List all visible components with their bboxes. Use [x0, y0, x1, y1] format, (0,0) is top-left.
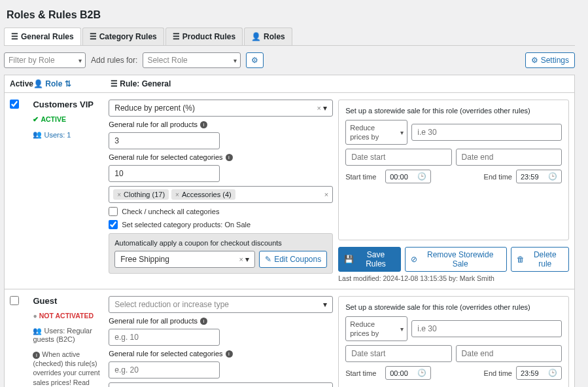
col-role-header[interactable]: 👤 Role ⇅: [33, 79, 105, 88]
role-sort-label: Role: [45, 79, 62, 88]
coupon-select[interactable]: Free Shipping × ▾: [114, 251, 255, 268]
menu-icon: ☰: [111, 79, 118, 88]
users-icon: 👥: [33, 327, 42, 335]
select-role-dropdown[interactable]: Select Role: [143, 52, 241, 68]
table-header: Active 👤 Role ⇅ ☰ Rule: General: [4, 75, 575, 92]
clear-icon[interactable]: ×: [239, 255, 243, 263]
remove-tag-icon[interactable]: ×: [117, 191, 121, 198]
time-value: 00:00: [390, 173, 408, 181]
info-icon: i: [33, 352, 40, 359]
amount-input[interactable]: [411, 124, 562, 141]
onsale-checkbox[interactable]: [109, 220, 118, 229]
users-label: Users: 1: [44, 131, 71, 139]
categories-field[interactable]: Select Categories: [109, 382, 333, 387]
delete-rule-button[interactable]: 🗑Delete rule: [511, 247, 569, 272]
page-title: Roles & Rules B2B: [7, 9, 572, 21]
info-icon[interactable]: i: [226, 154, 233, 161]
menu-icon: ☰: [90, 32, 97, 41]
start-time-label: Start time: [345, 173, 381, 181]
menu-icon: ☰: [11, 32, 18, 41]
tab-label: Product Rules: [182, 32, 235, 41]
date-end-input[interactable]: [456, 149, 562, 166]
add-rules-label: Add rules for:: [91, 56, 137, 65]
info-icon[interactable]: i: [226, 350, 233, 358]
active-checkbox[interactable]: [10, 296, 19, 305]
all-products-input[interactable]: [109, 132, 220, 149]
amount-input[interactable]: [411, 320, 562, 337]
end-time-input[interactable]: 23:59🕒: [516, 170, 562, 183]
gear-icon: ⚙: [251, 56, 258, 65]
reduction-label: Reduce by percent (%): [114, 103, 195, 113]
tab-roles[interactable]: 👤 Roles: [244, 28, 292, 45]
date-start-input[interactable]: [345, 149, 451, 166]
all-products-input[interactable]: [109, 329, 220, 346]
user-icon: 👤: [33, 79, 43, 88]
edit-coupons-button[interactable]: ✎ Edit Coupons: [259, 251, 327, 268]
tab-general[interactable]: ☰ General Rules: [4, 28, 81, 45]
users-link[interactable]: 👥 Users: 1: [33, 130, 71, 139]
sel-cat-input[interactable]: [109, 361, 220, 378]
remove-icon: ⊘: [411, 255, 417, 264]
label-general-all: General rule for all products i: [109, 120, 333, 128]
clear-icon[interactable]: ×: [324, 191, 328, 198]
check-circle-icon: ✔: [33, 115, 39, 123]
chevron-down-icon: ▾: [323, 300, 327, 309]
settings-label: Settings: [541, 56, 569, 65]
role-name: Customers VIP: [33, 100, 103, 109]
users-meta: 👥 Users: Regular guests (B2C): [33, 327, 103, 343]
tab-product[interactable]: ☰ Product Rules: [165, 28, 243, 45]
filter-role-select[interactable]: Filter by Role: [4, 52, 86, 68]
reduction-type-select[interactable]: Select reduction or increase type ▾: [109, 296, 333, 313]
chevron-down-icon: ▾: [323, 103, 327, 113]
end-time-input[interactable]: 23:59🕒: [516, 366, 562, 380]
gear-icon: ⚙: [531, 56, 538, 65]
onsale-line[interactable]: Set selected category products: On Sale: [109, 220, 333, 229]
info-icon[interactable]: i: [200, 318, 207, 325]
start-time-input[interactable]: 00:00🕒: [385, 366, 431, 380]
users-sub-label: Users: Regular guests (B2C): [33, 327, 92, 343]
start-time-input[interactable]: 00:00🕒: [385, 170, 431, 183]
clock-icon: 🕒: [548, 369, 557, 377]
clock-icon: 🕒: [417, 369, 426, 377]
side-title: Set up a storewide sale for this role (o…: [345, 107, 562, 115]
col-rule-header: ☰ Rule: General: [111, 79, 569, 88]
users-icon: 👥: [33, 130, 42, 139]
add-rule-button[interactable]: ⚙: [246, 52, 264, 68]
storewide-panel: Set up a storewide sale for this role (o…: [338, 296, 569, 387]
reduce-by-label: Reduce prices by: [350, 124, 379, 141]
user-icon: 👤: [251, 32, 261, 41]
check-all-checkbox[interactable]: [109, 207, 118, 216]
clear-icon[interactable]: ×: [317, 104, 320, 112]
active-checkbox[interactable]: [10, 100, 19, 109]
tabs: ☰ General Rules ☰ Category Rules ☰ Produ…: [4, 28, 575, 46]
edit-coupons-label: Edit Coupons: [274, 255, 321, 264]
reduce-by-select[interactable]: Reduce prices by: [345, 120, 407, 145]
info-icon[interactable]: i: [200, 121, 207, 128]
col-active-header: Active: [10, 79, 28, 88]
categories-field[interactable]: ×Clothing (17) ×Accessories (4) ×: [109, 186, 333, 203]
tag-label: Clothing (17): [124, 191, 165, 198]
reduce-by-select[interactable]: Reduce prices by: [345, 316, 407, 341]
tab-category[interactable]: ☰ Category Rules: [82, 28, 164, 45]
date-start-input[interactable]: [345, 345, 451, 362]
label-text: General rule for all products: [109, 317, 198, 325]
reduction-type-select[interactable]: Reduce by percent (%) × ▾: [109, 100, 333, 117]
category-tag: ×Clothing (17): [113, 189, 169, 200]
tab-label: General Rules: [21, 32, 74, 41]
check-all-line[interactable]: Check / uncheck all categories: [109, 207, 333, 216]
end-time-label: End time: [476, 173, 512, 181]
settings-button[interactable]: ⚙ Settings: [525, 52, 575, 68]
label-text: General rule for selected categories: [109, 350, 222, 358]
date-end-input[interactable]: [456, 345, 562, 362]
remove-sale-button[interactable]: ⊘Remove Storewide Sale: [405, 247, 507, 272]
remove-tag-icon[interactable]: ×: [175, 191, 179, 198]
save-button[interactable]: 💾Save Rules: [338, 247, 401, 272]
storewide-panel: Set up a storewide sale for this role (o…: [338, 100, 569, 240]
reduce-by-label: Reduce prices by: [350, 320, 379, 337]
sel-cat-input[interactable]: [109, 165, 220, 182]
time-value: 00:00: [390, 369, 408, 377]
edit-icon: ✎: [265, 255, 271, 264]
select-role-placeholder: Select Role: [147, 56, 187, 65]
end-time-label: End time: [476, 369, 512, 377]
clock-icon: 🕒: [548, 172, 557, 181]
